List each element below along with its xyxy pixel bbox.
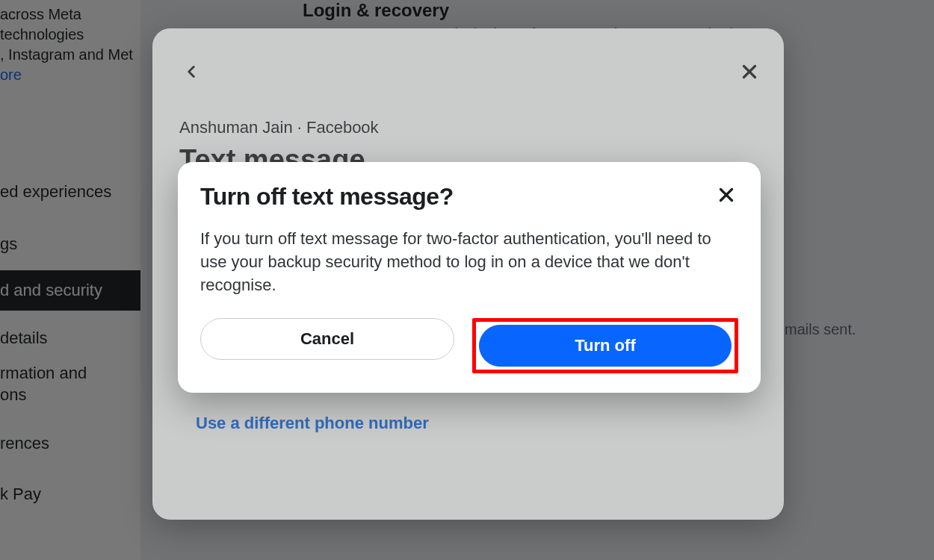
cancel-button[interactable]: Cancel: [200, 318, 454, 360]
confirm-turn-off-modal: Turn off text message? If you turn off t…: [178, 162, 761, 393]
close-icon: [715, 184, 737, 206]
turn-off-button[interactable]: Turn off: [479, 325, 732, 367]
use-different-number-button[interactable]: Use a different phone number: [178, 402, 761, 445]
use-different-number-label: Use a different phone number: [196, 414, 429, 433]
close-confirm-modal-button[interactable]: [714, 183, 738, 207]
account-breadcrumb: Anshuman Jain · Facebook: [179, 118, 379, 137]
cancel-button-label: Cancel: [300, 329, 354, 349]
outer-modal-header: [152, 28, 784, 111]
close-icon: [738, 60, 761, 83]
highlight-annotation: Turn off: [472, 318, 738, 373]
chevron-left-icon: [182, 62, 201, 81]
confirm-modal-actions: Cancel Turn off: [200, 318, 738, 373]
confirm-modal-title: Turn off text message?: [200, 183, 454, 211]
close-outer-modal-button[interactable]: [734, 57, 764, 87]
back-button[interactable]: [176, 57, 206, 87]
confirm-modal-body: If you turn off text message for two-fac…: [200, 227, 738, 297]
turn-off-button-label: Turn off: [575, 336, 635, 355]
